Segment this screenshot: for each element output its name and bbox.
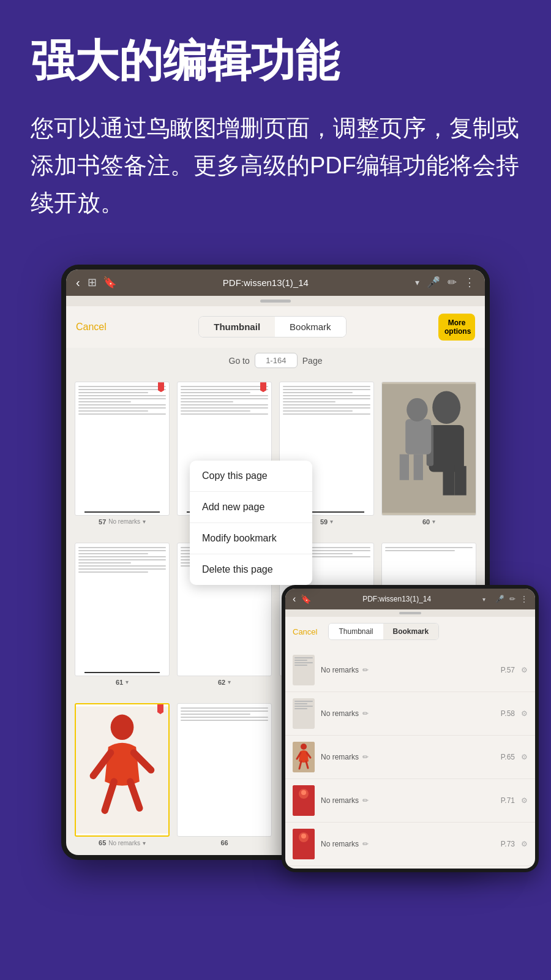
mic-icon[interactable]: 🎤 [427, 276, 440, 289]
tab-thumbnail[interactable]: Thumbnail [199, 317, 275, 337]
settings-icon-73[interactable]: ⚙ [521, 840, 528, 848]
thumb-cell-60[interactable]: 60 ▾ [378, 378, 480, 529]
svg-rect-6 [405, 420, 431, 454]
bookmark-page-73: P.73 [501, 840, 515, 848]
more-icon[interactable]: ⋮ [464, 276, 475, 289]
edit-icon-71[interactable]: ✏ [362, 796, 369, 805]
thumb-img-66 [177, 703, 272, 837]
goto-input[interactable] [255, 353, 298, 368]
thumb-cell-66[interactable]: 66 [173, 699, 276, 850]
tablet-secondary-screen: ‹ 🔖 PDF:wissen13(1)_14 ▾ 🎤 ✏ ⋮ Cancel Th… [285, 589, 535, 869]
edit-icon-65[interactable]: ✏ [362, 753, 369, 761]
thumb-label-60: 60 ▾ [422, 518, 435, 526]
cancel-button[interactable]: Cancel [76, 322, 107, 333]
settings-icon-71[interactable]: ⚙ [521, 796, 528, 805]
secondary-panel-header: Cancel Thumbnail Bookmark [285, 617, 535, 646]
secondary-pen-icon[interactable]: ✏ [509, 595, 515, 603]
bookmark-page-71: P.71 [501, 796, 515, 805]
settings-icon-65[interactable]: ⚙ [521, 753, 528, 761]
goto-label: Go to [229, 356, 250, 366]
secondary-title: PDF:wissen13(1)_14 [316, 595, 478, 603]
device-showcase: ‹ ⊞ 🔖 PDF:wissen13(1)_14 ▾ 🎤 ✏ ⋮ Ca [0, 246, 551, 885]
settings-icon-57[interactable]: ⚙ [521, 666, 528, 674]
bookmark-thumb-65 [293, 742, 315, 772]
panel-header: Cancel Thumbnail Bookmark More options [66, 306, 485, 349]
tab-group: Thumbnail Bookmark [198, 316, 346, 337]
svg-point-27 [301, 834, 306, 839]
secondary-drag-handle [399, 612, 421, 614]
secondary-back-icon[interactable]: ‹ [293, 594, 296, 605]
nav-icons: ⊞ 🔖 [88, 276, 116, 289]
secondary-title-dropdown: ▾ [482, 596, 485, 603]
thumb-img-65 [75, 703, 170, 837]
bookmark-item-73[interactable]: No remarks ✏ P.73 ⚙ [285, 823, 535, 866]
context-menu-bookmark[interactable]: Modify bookmark [190, 523, 312, 554]
edit-icon-73[interactable]: ✏ [362, 840, 369, 848]
bookmark-thumb-57 [293, 655, 315, 685]
context-menu-add[interactable]: Add new page [190, 492, 312, 523]
bookmark-list: No remarks ✏ P.57 ⚙ No remar [285, 646, 535, 869]
svg-point-7 [407, 398, 427, 421]
pen-icon[interactable]: ✏ [448, 276, 457, 289]
secondary-mic-icon[interactable]: 🎤 [495, 595, 504, 603]
grid-icon[interactable]: ⊞ [88, 276, 97, 289]
hero-title: 强大的编辑功能 [31, 37, 520, 85]
svg-point-11 [111, 715, 134, 741]
svg-rect-2 [429, 425, 464, 472]
bookmark-flag-58 [260, 382, 266, 392]
bookmark-info-57: No remarks ✏ [321, 666, 495, 674]
bookmark-item-65[interactable]: No remarks ✏ P.65 ⚙ [285, 736, 535, 779]
bookmark-page-57: P.57 [501, 666, 515, 674]
thumb-cell-57[interactable]: 57 No remarks ▾ [71, 378, 173, 529]
svg-point-17 [301, 744, 307, 750]
hero-description: 您可以通过鸟瞰图增删页面，调整页序，复制或添加书签备注。更多高级的PDF编辑功能… [31, 110, 520, 221]
more-options-button[interactable]: More options [438, 314, 475, 341]
thumb-label-62: 62 ▾ [218, 679, 231, 686]
secondary-bookmark-icon[interactable]: 🔖 [301, 594, 311, 604]
drag-handle [260, 300, 291, 303]
bookmark-flag-65 [157, 704, 163, 714]
secondary-tab-thumbnail[interactable]: Thumbnail [329, 624, 383, 639]
app-bar: ‹ ⊞ 🔖 PDF:wissen13(1)_14 ▾ 🎤 ✏ ⋮ [66, 270, 485, 296]
tab-bookmark[interactable]: Bookmark [275, 317, 346, 337]
bookmark-page-65: P.65 [501, 753, 515, 761]
secondary-cancel-button[interactable]: Cancel [293, 627, 317, 636]
secondary-handle-bar [285, 609, 535, 617]
bookmark-item-57[interactable]: No remarks ✏ P.57 ⚙ [285, 649, 535, 692]
bookmark-item-71[interactable]: No remarks ✏ P.71 ⚙ [285, 779, 535, 823]
svg-rect-5 [455, 466, 467, 496]
settings-icon-58[interactable]: ⚙ [521, 709, 528, 718]
edit-icon-57[interactable]: ✏ [362, 666, 369, 674]
bookmark-item-58[interactable]: No remarks ✏ P.58 ⚙ [285, 692, 535, 736]
bookmark-info-73: No remarks ✏ [321, 840, 495, 848]
tablet-secondary: ‹ 🔖 PDF:wissen13(1)_14 ▾ 🎤 ✏ ⋮ Cancel Th… [282, 585, 539, 872]
back-icon[interactable]: ‹ [76, 276, 80, 290]
thumb-cell-65[interactable]: 65 No remarks ▾ [71, 699, 173, 850]
bookmark-info-65: No remarks ✏ [321, 753, 495, 761]
thumb-img-61 [75, 543, 170, 676]
thumb-img-60 [381, 382, 476, 515]
bookmark-info-58: No remarks ✏ [321, 709, 495, 718]
edit-icon-58[interactable]: ✏ [362, 709, 369, 718]
thumb-label-65: 65 No remarks ▾ [99, 839, 146, 846]
dropdown-arrow-title: ▾ [415, 277, 419, 287]
secondary-app-bar: ‹ 🔖 PDF:wissen13(1)_14 ▾ 🎤 ✏ ⋮ [285, 589, 535, 609]
bookmark-page-58: P.58 [501, 709, 515, 718]
thumb-label-61: 61 ▾ [116, 679, 129, 686]
context-menu-copy[interactable]: Copy this page [190, 461, 312, 492]
thumb-label-59: 59 ▾ [320, 518, 333, 526]
bookmark-info-71: No remarks ✏ [321, 796, 495, 805]
secondary-tab-bookmark[interactable]: Bookmark [383, 624, 439, 639]
svg-point-1 [432, 391, 460, 424]
handle-bar [66, 296, 485, 306]
bookmark-icon[interactable]: 🔖 [103, 276, 116, 289]
svg-rect-8 [400, 454, 409, 480]
secondary-more-icon[interactable]: ⋮ [520, 595, 528, 603]
goto-bar: Go to Page [66, 348, 485, 373]
svg-rect-9 [414, 454, 423, 480]
bookmark-thumb-58 [293, 698, 315, 729]
thumb-img-57 [75, 382, 170, 515]
thumb-cell-61[interactable]: 61 ▾ [71, 539, 173, 690]
context-menu-delete[interactable]: Delete this page [190, 554, 312, 585]
hero-section: 强大的编辑功能 您可以通过鸟瞰图增删页面，调整页序，复制或添加书签备注。更多高级… [0, 0, 551, 246]
